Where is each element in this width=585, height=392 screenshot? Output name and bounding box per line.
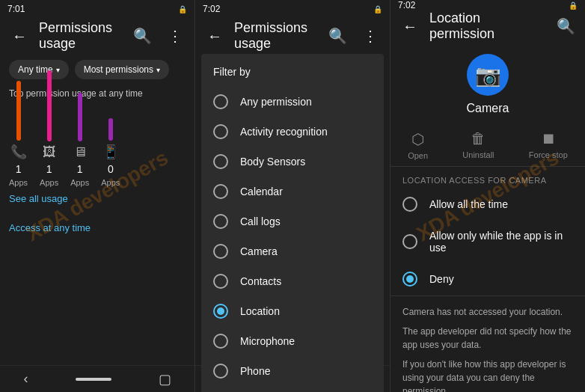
search-button-1[interactable]: 🔍 xyxy=(129,22,156,49)
bar-chart: 📞 1 Apps 🖼 1 Apps 🖥 1 Apps 📱 0 Apps xyxy=(0,105,195,187)
bar-label-2: Apps xyxy=(40,178,58,187)
force-stop-label: Force stop xyxy=(529,150,568,159)
filter-label-call-logs: Call logs xyxy=(240,215,281,227)
info-text-section: Camera has not accessed your location. T… xyxy=(390,295,585,392)
bar-group-2: 🖼 1 Apps xyxy=(40,70,58,187)
status-bar-1: 7:01 🔒 xyxy=(0,0,195,18)
deny-option[interactable]: Deny xyxy=(390,263,585,295)
filter-label-activity: Activity recognition xyxy=(240,126,328,138)
app-icon: 📷 xyxy=(467,54,509,96)
radio-activity[interactable] xyxy=(213,124,228,139)
filter-item-contacts[interactable]: Contacts xyxy=(201,266,384,296)
permission-filter[interactable]: Most permissions ▾ xyxy=(75,60,169,79)
nav-recents-1[interactable]: ▢ xyxy=(159,371,171,388)
more-button-2[interactable]: ⋮ xyxy=(357,22,384,49)
uninstall-label: Uninstall xyxy=(462,150,494,159)
time-2: 7:02 xyxy=(203,4,220,14)
lock-icon-1: 🔒 xyxy=(178,5,187,13)
filter-label-microphone: Microphone xyxy=(240,335,295,347)
bar-2 xyxy=(47,70,52,141)
filter-item-body-sensors[interactable]: Body Sensors xyxy=(201,147,384,177)
bar-group-1: 📞 1 Apps xyxy=(9,81,28,187)
filter-item-phone[interactable]: Phone xyxy=(201,356,384,386)
search-button-3[interactable]: 🔍 xyxy=(552,13,579,40)
radio-contacts[interactable] xyxy=(213,274,228,289)
status-bar-3: 7:02 🔒 xyxy=(390,0,585,10)
chevron-down-icon-2: ▾ xyxy=(156,66,160,74)
radio-call-logs[interactable] xyxy=(213,214,228,229)
bar-label-4: Apps xyxy=(101,178,120,187)
bar-group-4: 📱 0 Apps xyxy=(101,118,120,187)
radio-phone[interactable] xyxy=(213,364,228,379)
info-block-1: Camera has not accessed your location. xyxy=(402,305,573,319)
page-title-2: Permissions usage xyxy=(234,20,318,52)
bar-3 xyxy=(78,93,82,141)
access-at-any-time-link[interactable]: Access at any time xyxy=(0,210,195,239)
time-filter[interactable]: Any time ▾ xyxy=(9,60,69,79)
more-button-1[interactable]: ⋮ xyxy=(162,22,189,49)
location-section-header: LOCATION ACCESS FOR CAMERA xyxy=(390,167,585,188)
radio-allow-in-use[interactable] xyxy=(402,234,417,249)
radio-calendar[interactable] xyxy=(213,184,228,199)
filter-item-camera[interactable]: Camera xyxy=(201,236,384,266)
radio-location[interactable] xyxy=(213,304,228,319)
bar-1 xyxy=(16,81,21,141)
app-actions-row: ⬡ Open 🗑 Uninstall ⏹ Force stop xyxy=(390,124,585,167)
search-button-2[interactable]: 🔍 xyxy=(324,22,351,49)
see-all-usage-link[interactable]: See all usage xyxy=(0,187,195,210)
radio-any[interactable] xyxy=(213,94,228,109)
back-button-3[interactable]: ← xyxy=(396,13,423,40)
bar-count-2: 1 xyxy=(46,163,52,175)
allow-all-time-option[interactable]: Allow all the time xyxy=(390,188,585,221)
filter-item-location[interactable]: Location xyxy=(201,296,384,326)
dropdown-title: Filter by xyxy=(201,60,384,87)
force-stop-icon: ⏹ xyxy=(541,130,556,147)
bar-count-1: 1 xyxy=(16,163,22,175)
lock-icon-2: 🔒 xyxy=(373,5,382,13)
open-label: Open xyxy=(408,151,428,160)
top-bar-1: ← Permissions usage 🔍 ⋮ xyxy=(0,18,195,54)
bar-icon-2: 🖼 xyxy=(43,144,56,160)
app-info-section: 📷 Camera xyxy=(390,42,585,124)
filter-item-microphone[interactable]: Microphone xyxy=(201,326,384,356)
radio-microphone[interactable] xyxy=(213,334,228,349)
radio-inner-location xyxy=(217,307,224,315)
filter-item-calendar[interactable]: Calendar xyxy=(201,177,384,206)
panel-location-permission: 7:02 🔒 ← Location permission 🔍 📷 Camera … xyxy=(390,0,585,392)
filter-item-call-logs[interactable]: Call logs xyxy=(201,206,384,236)
open-button[interactable]: ⬡ Open xyxy=(408,130,428,160)
status-icons-3: 🔒 xyxy=(569,1,578,10)
filter-label-phone: Phone xyxy=(240,365,270,377)
filter-item-any[interactable]: Any permission xyxy=(201,87,384,117)
allow-while-in-use-option[interactable]: Allow only while the app is in use xyxy=(390,221,585,263)
page-title-1: Permissions usage xyxy=(39,20,123,52)
info-block-2: The app developer did not specify how th… xyxy=(402,325,573,352)
app-name: Camera xyxy=(467,102,509,115)
back-button-1[interactable]: ← xyxy=(6,22,33,49)
lock-icon-3: 🔒 xyxy=(569,1,578,10)
page-title-3: Location permission xyxy=(429,10,546,42)
bar-label-1: Apps xyxy=(9,178,28,187)
filter-label-contacts: Contacts xyxy=(240,275,281,287)
radio-deny[interactable] xyxy=(402,272,417,287)
allow-in-use-label: Allow only while the app is in use xyxy=(429,230,573,254)
filter-dropdown: Filter by Any permission Activity recogn… xyxy=(201,54,384,392)
radio-body-sensors[interactable] xyxy=(213,154,228,169)
radio-inner-deny xyxy=(406,275,414,283)
bar-icon-3: 🖥 xyxy=(73,144,87,160)
bar-count-3: 1 xyxy=(77,163,83,175)
filter-label-location: Location xyxy=(240,305,280,317)
filter-item-sms[interactable]: SMS xyxy=(201,386,384,392)
bar-4 xyxy=(108,118,113,141)
nav-back-1[interactable]: ‹ xyxy=(24,371,28,387)
nav-home-1[interactable] xyxy=(76,378,111,381)
filter-row: Any time ▾ Most permissions ▾ xyxy=(0,54,195,85)
back-button-2[interactable]: ← xyxy=(201,22,228,49)
status-icons-1: 🔒 xyxy=(178,5,187,13)
filter-label-calendar: Calendar xyxy=(240,186,283,197)
force-stop-button[interactable]: ⏹ Force stop xyxy=(529,130,568,160)
radio-allow-all[interactable] xyxy=(402,197,417,212)
filter-item-activity[interactable]: Activity recognition xyxy=(201,117,384,147)
uninstall-button[interactable]: 🗑 Uninstall xyxy=(462,130,494,160)
radio-camera[interactable] xyxy=(213,244,228,259)
